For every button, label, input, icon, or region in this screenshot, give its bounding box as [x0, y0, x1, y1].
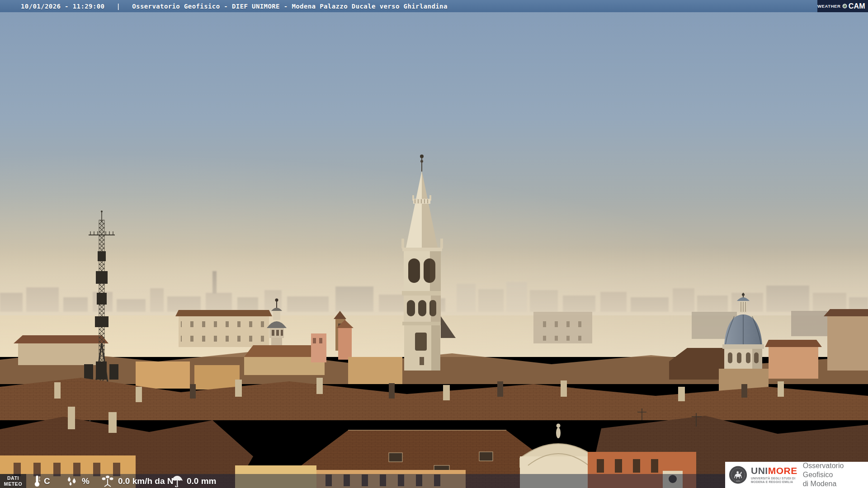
timestamp: 10/01/2026 - 11:29:00	[21, 3, 104, 10]
webcam-lens-icon	[842, 2, 847, 10]
unimore-seal-icon: 1175	[729, 465, 747, 485]
observatory-name: Osservatorio Geofisico di Modena	[803, 461, 868, 488]
temperature-readout: C	[33, 474, 50, 488]
weathercam-logo: WEATHER CAM	[817, 0, 868, 12]
rain-value: 0.0 mm	[187, 476, 216, 486]
wind-value: 0.0 km/h da N	[118, 476, 174, 486]
dati-meteo-line2: METEO	[4, 481, 22, 487]
unimore-subtitle-line2: MODENA E REGGIO EMILIA	[751, 480, 797, 484]
dati-meteo-label: DATI METEO	[0, 474, 26, 488]
unimore-wordmark: UNIMORE UNIVERSITÀ DEGLI STUDI DI MODENA…	[751, 466, 797, 484]
title-bar: 10/01/2026 - 11:29:00 | Osservatorio Geo…	[0, 0, 868, 12]
unimore-brand-box: 1175 UNIMORE UNIVERSITÀ DEGLI STUDI DI M…	[725, 462, 868, 488]
unimore-more: MORE	[768, 465, 797, 476]
unimore-subtitle-line1: UNIVERSITÀ DEGLI STUDI DI	[751, 477, 797, 480]
thermometer-icon	[33, 475, 41, 487]
page-title: Osservatorio Geofisico - DIEF UNIMORE - …	[132, 3, 447, 10]
humidity-readout: %	[65, 474, 90, 488]
dati-meteo-line1: DATI	[7, 475, 19, 481]
anemometer-icon	[100, 475, 115, 487]
humidity-unit: %	[82, 476, 90, 486]
seal-year: 1175	[736, 480, 740, 482]
rain-readout: 0.0 mm	[171, 474, 216, 488]
umbrella-icon	[171, 475, 184, 487]
observatory-name-line2: di Modena	[803, 479, 868, 488]
observatory-name-line1: Osservatorio Geofisico	[803, 461, 868, 479]
weathercam-logo-cam: CAM	[849, 2, 865, 10]
weathercam-logo-weather: WEATHER	[817, 4, 841, 9]
webcam-page: 10/01/2026 - 11:29:00 | Osservatorio Geo…	[0, 0, 868, 488]
droplets-icon	[65, 475, 79, 487]
temperature-unit: C	[44, 476, 50, 486]
separator: |	[116, 3, 120, 10]
webcam-photo	[0, 0, 868, 488]
wind-readout: 0.0 km/h da N	[100, 474, 174, 488]
unimore-uni: UNI	[751, 465, 768, 476]
